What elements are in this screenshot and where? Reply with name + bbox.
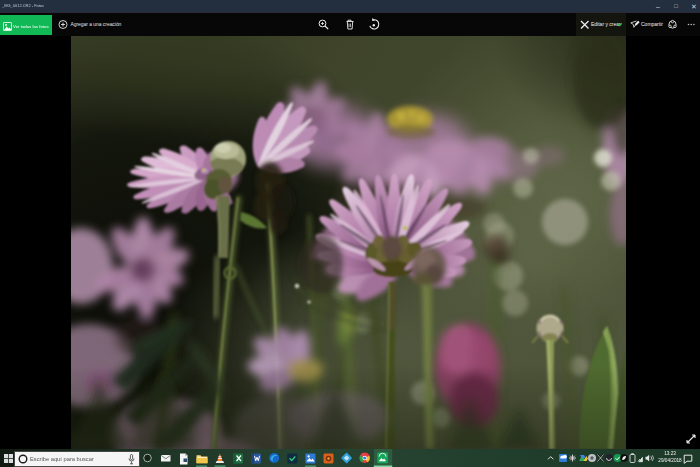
svg-text:Compartir: Compartir — [641, 21, 663, 27]
svg-text:Editar y crear: Editar y crear — [591, 21, 621, 27]
svg-text:Agregar a una creación: Agregar a una creación — [71, 22, 122, 27]
